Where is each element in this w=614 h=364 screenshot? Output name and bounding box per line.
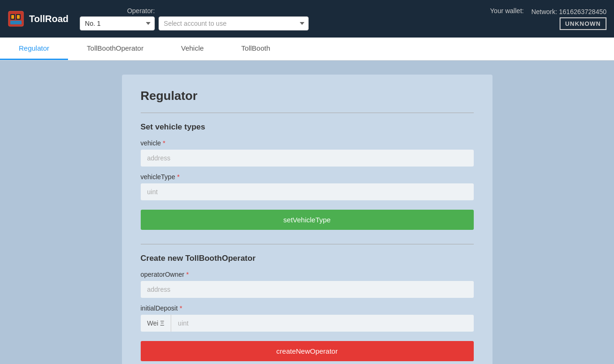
vehicletype-required: * bbox=[177, 173, 179, 181]
svg-rect-3 bbox=[10, 21, 22, 24]
logo: TollRoad bbox=[8, 10, 68, 27]
vehicle-label: vehicle * bbox=[141, 139, 474, 147]
operator-section: Operator: No. 1 bbox=[80, 7, 155, 30]
vehicletype-field-group: vehicleType * bbox=[141, 173, 474, 207]
operator-label: Operator: bbox=[127, 7, 155, 15]
network-label: Network: 1616263728450 bbox=[531, 8, 606, 15]
page-heading: Regulator bbox=[141, 89, 474, 103]
set-vehicle-type-button[interactable]: setVehicleType bbox=[141, 210, 474, 230]
header: TollRoad Operator: No. 1 Your wallet: Se… bbox=[0, 0, 614, 38]
tollroad-logo-icon bbox=[8, 10, 24, 27]
operatorowner-field-group: operatorOwner * bbox=[141, 271, 474, 304]
section1-title: Set vehicle types bbox=[141, 122, 474, 132]
wallet-label: Your wallet: bbox=[490, 7, 524, 15]
wallet-section: Your wallet: Select account to use bbox=[159, 7, 524, 30]
initialdeposit-label: initialDeposit * bbox=[141, 304, 474, 312]
svg-rect-4 bbox=[11, 15, 14, 19]
operatorowner-label: operatorOwner * bbox=[141, 271, 474, 278]
operator-select[interactable]: No. 1 bbox=[80, 16, 155, 30]
vehicle-required: * bbox=[163, 139, 165, 147]
section2-divider bbox=[141, 244, 474, 244]
tab-tollbooth[interactable]: TollBooth bbox=[222, 38, 289, 60]
regulator-card: Regulator Set vehicle types vehicle * ve… bbox=[122, 75, 493, 364]
nav-tabs: Regulator TollBoothOperator Vehicle Toll… bbox=[0, 38, 614, 61]
main-content: Regulator Set vehicle types vehicle * ve… bbox=[0, 61, 614, 364]
network-section: Network: 1616263728450 UNKNOWN bbox=[531, 8, 606, 30]
app-title: TollRoad bbox=[29, 14, 68, 24]
tab-tollboothoperator[interactable]: TollBoothOperator bbox=[68, 38, 162, 60]
section1-divider bbox=[141, 113, 474, 113]
wei-prefix: Wei Ξ bbox=[141, 315, 172, 332]
initialdeposit-field-group: initialDeposit * Wei Ξ bbox=[141, 304, 474, 332]
wallet-select[interactable]: Select account to use bbox=[159, 16, 309, 30]
vehicletype-label: vehicleType * bbox=[141, 173, 474, 181]
section2-title: Create new TollBoothOperator bbox=[141, 254, 474, 263]
operatorowner-input[interactable] bbox=[141, 281, 474, 298]
vehicletype-input[interactable] bbox=[141, 183, 474, 200]
initialdeposit-required: * bbox=[180, 304, 182, 312]
tab-vehicle[interactable]: Vehicle bbox=[162, 38, 222, 60]
operatorowner-required: * bbox=[186, 271, 189, 278]
initialdeposit-input[interactable] bbox=[171, 315, 473, 332]
wei-input-wrapper: Wei Ξ bbox=[141, 315, 474, 332]
create-new-operator-button[interactable]: createNewOperator bbox=[141, 341, 474, 361]
vehicle-input[interactable] bbox=[141, 150, 474, 167]
tab-regulator[interactable]: Regulator bbox=[0, 38, 68, 60]
network-badge: UNKNOWN bbox=[560, 17, 606, 30]
vehicle-field-group: vehicle * bbox=[141, 139, 474, 173]
svg-rect-5 bbox=[17, 15, 20, 19]
